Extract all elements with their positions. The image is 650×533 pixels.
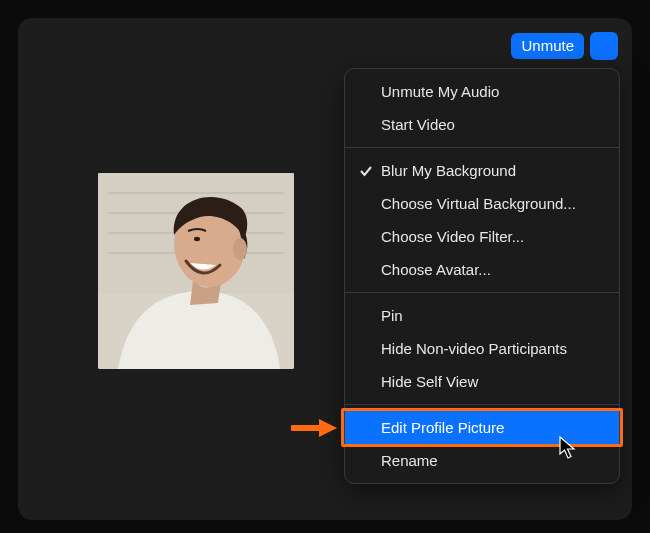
menu-item[interactable]: Rename (345, 444, 619, 477)
menu-item-label: Choose Avatar... (381, 261, 491, 278)
menu-item[interactable]: Blur My Background (345, 154, 619, 187)
menu-item-label: Blur My Background (381, 162, 516, 179)
video-tile: Unmute (18, 18, 632, 520)
menu-item-label: Choose Virtual Background... (381, 195, 576, 212)
menu-separator (345, 404, 619, 405)
menu-item-label: Rename (381, 452, 438, 469)
menu-item[interactable]: Choose Video Filter... (345, 220, 619, 253)
menu-item-label: Pin (381, 307, 403, 324)
menu-item[interactable]: Start Video (345, 108, 619, 141)
menu-separator (345, 292, 619, 293)
menu-item[interactable]: Hide Self View (345, 365, 619, 398)
annotation-arrow-icon (291, 418, 337, 438)
menu-item-label: Hide Self View (381, 373, 478, 390)
menu-item[interactable]: Unmute My Audio (345, 75, 619, 108)
svg-point-11 (194, 237, 200, 241)
menu-separator (345, 147, 619, 148)
more-options-button[interactable] (590, 32, 618, 60)
menu-item[interactable]: Choose Avatar... (345, 253, 619, 286)
menu-item-label: Hide Non-video Participants (381, 340, 567, 357)
mouse-cursor-icon (559, 436, 577, 460)
menu-item[interactable]: Choose Virtual Background... (345, 187, 619, 220)
svg-marker-14 (560, 437, 574, 458)
menu-item[interactable]: Edit Profile Picture (345, 411, 619, 444)
participant-context-menu[interactable]: Unmute My AudioStart VideoBlur My Backgr… (344, 68, 620, 484)
menu-item-label: Edit Profile Picture (381, 419, 504, 436)
check-icon (359, 164, 373, 178)
menu-item-label: Choose Video Filter... (381, 228, 524, 245)
menu-item-label: Unmute My Audio (381, 83, 499, 100)
svg-point-10 (233, 238, 247, 260)
unmute-button[interactable]: Unmute (511, 33, 584, 59)
menu-item[interactable]: Pin (345, 299, 619, 332)
menu-item[interactable]: Hide Non-video Participants (345, 332, 619, 365)
participant-avatar (98, 173, 294, 369)
svg-marker-13 (319, 419, 337, 437)
menu-item-label: Start Video (381, 116, 455, 133)
tile-top-right-controls: Unmute (511, 32, 618, 60)
